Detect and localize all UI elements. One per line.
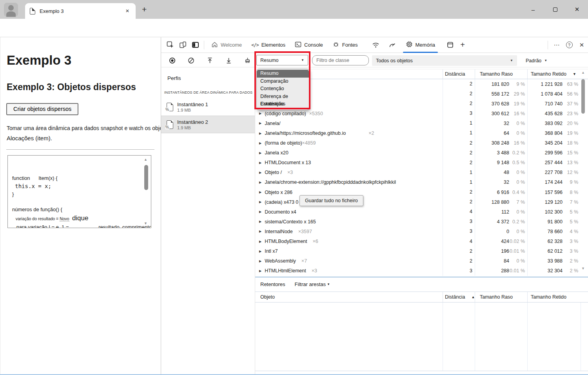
expand-arrow-icon[interactable]: ▶ <box>259 200 261 204</box>
filter-edges-select[interactable]: Filtrar arestas ▼ <box>295 281 330 287</box>
perspective-select[interactable]: Resumo ▼ <box>256 55 308 65</box>
column-retained-size[interactable]: Tamanho Retido <box>527 292 581 302</box>
tab-elements[interactable]: </> Elementos <box>247 37 290 53</box>
snapshot-item[interactable]: Instantâneo 11.9 MB <box>161 98 255 116</box>
expand-arrow-icon[interactable]: ▶ <box>259 210 261 214</box>
scroll-up-icon[interactable]: ▲ <box>581 71 585 74</box>
browser-tab[interactable]: Exemplo 3 ✕ <box>25 3 136 19</box>
tab-welcome[interactable]: Welcome <box>207 37 247 53</box>
column-shallow-size[interactable]: Tamanho Raso <box>475 292 527 302</box>
load-profile-icon[interactable] <box>204 55 215 66</box>
retained-size-value: 32 304 <box>528 268 563 274</box>
performance-icon[interactable] <box>386 39 399 51</box>
expand-arrow-icon[interactable]: ▶ <box>259 151 261 155</box>
heap-table-row[interactable]: ▶(forma de objeto)×48592308 24816 %345 2… <box>255 138 588 148</box>
dropdown-option[interactable]: Diferença de Contenção <box>257 93 309 101</box>
more-tabs-button[interactable]: + <box>456 39 469 51</box>
heap-table-row[interactable]: ▶sistema/Contexto x 16534 3720.2 %91 800… <box>255 217 588 226</box>
scroll-up-icon[interactable]: ▲ <box>144 157 147 163</box>
heap-table-row[interactable]: ▶WebAssembly×72840 %33 9882 % <box>255 256 588 266</box>
profile-avatar-icon[interactable] <box>4 3 18 17</box>
save-to-file-tooltip[interactable]: Guardar tudo no ficheiro <box>299 195 363 206</box>
column-retained-size[interactable]: Tamanho Retido▼ <box>527 69 581 79</box>
clear-profiles-icon[interactable] <box>185 55 196 66</box>
dropdown-option[interactable]: Comparação <box>257 78 309 85</box>
expand-arrow-icon[interactable]: ▶ <box>259 240 261 243</box>
maximize-icon <box>553 7 557 12</box>
base-select[interactable]: Padrão ▼ <box>526 55 547 66</box>
expand-arrow-icon[interactable]: ▶ <box>259 141 261 145</box>
code-text: para variação I = e, 1 = <box>12 224 70 228</box>
window-maximize-button[interactable] <box>544 0 566 19</box>
window-close-button[interactable]: ✕ <box>566 0 588 19</box>
expand-arrow-icon[interactable]: ▶ <box>259 181 261 184</box>
dock-side-icon[interactable] <box>189 39 201 51</box>
record-snapshot-icon[interactable] <box>167 55 178 66</box>
expand-arrow-icon[interactable]: ▶ <box>259 171 261 174</box>
sort-asc-icon: ▲ <box>471 295 475 299</box>
expand-arrow-icon[interactable]: ▶ <box>259 112 261 115</box>
heap-table-row[interactable]: ▶Janela x2023 4880.2 %299 59615 % <box>255 148 588 158</box>
expand-arrow-icon[interactable]: ▶ <box>259 190 261 194</box>
device-emulation-icon[interactable] <box>176 39 189 51</box>
devtools-close-button[interactable]: ✕ <box>575 39 588 51</box>
heap-scrollbar[interactable]: ▲ ▼ <box>581 71 586 274</box>
expand-arrow-icon[interactable]: ▶ <box>259 250 261 253</box>
tab-close-icon[interactable]: ✕ <box>124 7 131 14</box>
heap-table-row[interactable]: ▶Janela/chrome-extension://gpphkfbcpiddd… <box>255 178 588 187</box>
scroll-thumb[interactable] <box>581 79 585 114</box>
network-icon[interactable] <box>370 39 382 51</box>
shallow-size-cell: 00 % <box>475 226 527 236</box>
expand-arrow-icon[interactable]: ▶ <box>259 132 261 135</box>
window-minimize-button[interactable]: – <box>522 0 544 19</box>
shallow-size-percent: 16 % <box>509 111 527 116</box>
expand-arrow-icon[interactable]: ▶ <box>259 161 261 165</box>
dropdown-option[interactable]: Resumo <box>257 70 309 78</box>
heap-table-row[interactable]: ▶Intl x721960.01 %62 0123 % <box>255 246 588 256</box>
create-objects-button[interactable]: Criar objetos dispersos <box>6 103 78 115</box>
tab-memory[interactable]: Memória <box>401 37 440 53</box>
constructor-name: Janela/ <box>265 121 280 126</box>
objects-scope-select[interactable]: Todos os objetos ▼ <box>372 55 517 66</box>
retained-size-cell: 227 70812 % <box>527 168 581 178</box>
column-object[interactable]: Objeto <box>255 294 443 300</box>
constructor-name: HTMLDocument x 13 <box>265 160 311 165</box>
save-profile-icon[interactable] <box>223 55 234 66</box>
dropdown-option[interactable]: Contenção <box>257 85 309 93</box>
divider <box>548 41 548 49</box>
new-tab-button[interactable]: + <box>142 5 147 14</box>
heap-table-row[interactable]: ▶Janela/1320 %383 09220 % <box>255 118 588 128</box>
scroll-thumb[interactable] <box>144 165 148 190</box>
dropdown-option[interactable]: Estatísticas <box>257 100 309 108</box>
code-scrollbar[interactable]: ▲ ▼ <box>143 157 149 226</box>
retainers-title: Retentores <box>260 281 285 287</box>
heap-table-row[interactable]: ▶Documento x441120 %102 3005 % <box>255 207 588 217</box>
scroll-down-icon[interactable]: ▼ <box>581 266 585 270</box>
help-button[interactable]: ? <box>563 39 575 51</box>
tab-console[interactable]: Console <box>290 37 328 53</box>
expand-arrow-icon[interactable]: ▶ <box>259 230 261 233</box>
heap-table-row[interactable]: ▶(código compilado)×53503300 61216 %435 … <box>255 109 588 118</box>
tab-sources[interactable]: Fontes <box>328 37 363 53</box>
heap-table-row[interactable]: ▶Objeto /×31480 %227 70812 % <box>255 168 588 178</box>
heap-table-row[interactable]: ▶HTMLDocument x 1329 1480.5 %257 44413 % <box>255 158 588 168</box>
column-distance[interactable]: Distância▲ <box>443 292 475 302</box>
heap-table-row[interactable]: ▶Janela/https://microsoftedge.github.io×… <box>255 128 588 138</box>
snapshot-item[interactable]: Instantâneo 21.9 MB <box>161 116 255 133</box>
heap-table-row[interactable]: ▶HTMLHtmlElement×332880.01 %32 3042 % <box>255 266 588 276</box>
devtools-menu-button[interactable]: ⋯ <box>550 39 563 51</box>
clean-garbage-icon[interactable] <box>242 55 253 66</box>
column-distance[interactable]: Distância <box>443 69 475 79</box>
heap-table-row[interactable]: ▶HTMLBodyElement×644240.02 %62 3283 % <box>255 237 588 246</box>
expand-arrow-icon[interactable]: ▶ <box>259 269 261 273</box>
expand-arrow-icon[interactable]: ▶ <box>259 121 261 125</box>
expand-arrow-icon[interactable]: ▶ <box>259 259 261 263</box>
expand-arrow-icon[interactable]: ▶ <box>259 220 261 223</box>
heap-table-row[interactable]: ▶InternalNode×3597300 %78 6604 % <box>255 226 588 236</box>
class-filter-input[interactable] <box>312 55 369 65</box>
application-icon[interactable] <box>444 39 456 51</box>
scroll-down-icon[interactable]: ▼ <box>144 221 147 226</box>
retained-size-cell: 62 3283 % <box>527 237 581 246</box>
column-shallow-size[interactable]: Tamanho Raso <box>475 69 527 79</box>
inspect-element-icon[interactable] <box>164 39 176 51</box>
